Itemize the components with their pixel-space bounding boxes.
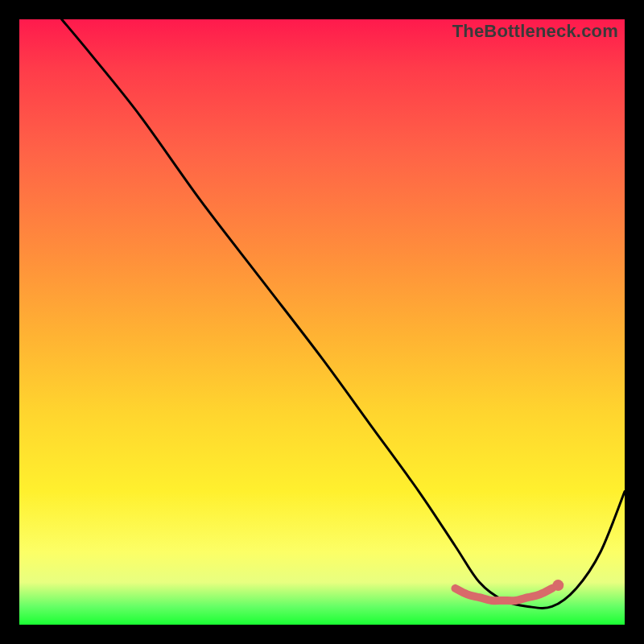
chart-plot-area: TheBottleneck.com [19,19,625,625]
chart-svg [19,19,625,625]
marker-band [455,588,551,601]
bottleneck-curve [62,19,625,608]
marker-dot [552,580,564,591]
chart-frame: TheBottleneck.com [0,0,644,644]
